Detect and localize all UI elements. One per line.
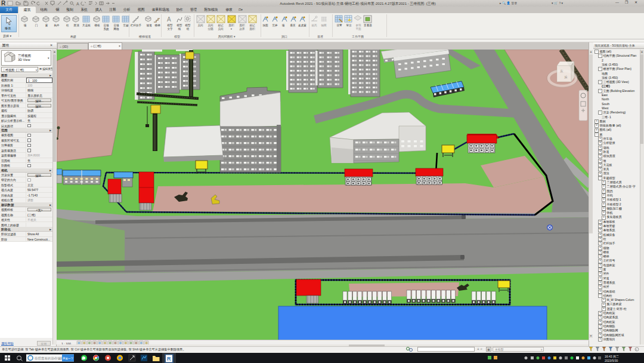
svg-text:0: 0 xyxy=(636,348,637,351)
svg-text:你想查看的协存编辑: 你想查看的协存编辑 xyxy=(35,356,64,361)
svg-text:A: A xyxy=(167,16,171,23)
svg-text:R: R xyxy=(167,356,171,362)
svg-text:2023/5/30: 2023/5/30 xyxy=(605,359,618,362)
svg-text:左: 左 xyxy=(560,69,564,73)
svg-text:后: 后 xyxy=(564,75,568,79)
svg-text:搜索一下: 搜索一下 xyxy=(62,356,74,360)
svg-text:16:43 周二: 16:43 周二 xyxy=(605,355,619,358)
